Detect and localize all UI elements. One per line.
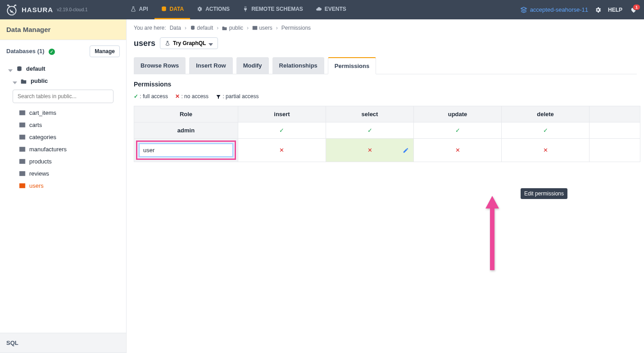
databases-row: Databases (1) ✓ Manage (0, 40, 126, 63)
th-delete: delete (502, 106, 590, 122)
x-icon: ✕ (175, 93, 180, 100)
tab-insert-row[interactable]: Insert Row (189, 57, 232, 74)
row-admin: admin ✓ ✓ ✓ ✓ (134, 122, 640, 139)
th-insert: insert (238, 106, 326, 122)
table-products[interactable]: products (0, 155, 126, 167)
database-icon (161, 6, 167, 12)
plug-icon (242, 6, 249, 12)
flask-icon (130, 6, 136, 12)
x-icon: ✕ (455, 147, 460, 154)
cell-admin-insert[interactable]: ✓ (238, 122, 326, 139)
table-icon (19, 158, 26, 164)
check-icon: ✓ (543, 127, 548, 134)
breadcrumb-hint: You are here: (134, 25, 166, 31)
tab-remote-schemas[interactable]: REMOTE SCHEMAS (236, 0, 309, 19)
cell-user-select[interactable]: ✕ (326, 139, 413, 162)
row-new-role: ✕ ✕ ✕ ✕ (134, 139, 640, 162)
tab-modify[interactable]: Modify (236, 57, 269, 74)
main-content: You are here: Data › default › public › … (127, 19, 644, 353)
chevron-right-icon: › (247, 25, 249, 31)
breadcrumb-schema[interactable]: public (229, 25, 243, 31)
tab-api-label: API (139, 6, 148, 12)
tab-relationships[interactable]: Relationships (272, 57, 324, 74)
version-label: v2.19.0-cloud.1 (57, 7, 87, 12)
manage-button[interactable]: Manage (90, 45, 120, 57)
cell-user-actions (590, 139, 640, 162)
legend-no: : no access (181, 93, 209, 100)
permissions-heading: Permissions (134, 81, 637, 88)
folder-icon (21, 78, 27, 84)
legend-partial: : partial access (222, 93, 259, 100)
table-reviews[interactable]: reviews (0, 167, 126, 180)
folder-icon (222, 25, 227, 31)
table-icon (19, 183, 26, 189)
sidebar-title: Data Manager (0, 19, 126, 40)
cell-admin-delete[interactable]: ✓ (502, 122, 590, 139)
table-icon (19, 146, 26, 152)
tree-schema-label: public (31, 77, 48, 84)
breadcrumb-db[interactable]: default (197, 25, 213, 31)
chevron-right-icon: › (276, 25, 278, 31)
check-icon: ✓ (367, 127, 372, 134)
tab-actions[interactable]: ACTIONS (190, 0, 236, 19)
x-icon: ✕ (367, 147, 372, 154)
annotation-arrow (485, 196, 499, 270)
tab-events[interactable]: EVENTS (309, 0, 353, 19)
breadcrumb-data[interactable]: Data (170, 25, 181, 31)
tab-remote-label: REMOTE SCHEMAS (251, 6, 303, 12)
table-manufacturers[interactable]: manufacturers (0, 143, 126, 155)
tree-database-default[interactable]: default (0, 63, 126, 75)
cell-user-update[interactable]: ✕ (414, 139, 502, 162)
help-link[interactable]: HELP (608, 7, 622, 13)
sql-link[interactable]: SQL (0, 333, 126, 353)
project-link[interactable]: accepted-seahorse-11 (520, 6, 588, 14)
table-icon (19, 110, 26, 116)
stack-icon (520, 6, 527, 14)
notifications-button[interactable]: 1 (629, 5, 639, 15)
table-label: reviews (29, 170, 49, 177)
table-carts[interactable]: carts (0, 119, 126, 131)
sidebar: Data Manager Databases (1) ✓ Manage defa… (0, 19, 127, 353)
pencil-icon[interactable] (403, 147, 409, 154)
cell-user-delete[interactable]: ✕ (502, 139, 590, 162)
top-nav: HASURA v2.19.0-cloud.1 API DATA ACTIONS … (0, 0, 644, 19)
table-users[interactable]: users (0, 180, 126, 192)
table-title: users (134, 39, 155, 48)
chevron-right-icon: › (185, 25, 186, 31)
cell-admin-update[interactable]: ✓ (414, 122, 502, 139)
table-label: carts (29, 122, 42, 128)
db-status-ok-icon: ✓ (49, 49, 55, 55)
x-icon: ✕ (279, 147, 284, 154)
tree-schema-public[interactable]: public (0, 75, 126, 87)
th-role: Role (134, 106, 238, 122)
breadcrumb: You are here: Data › default › public › … (134, 25, 637, 31)
cell-admin-select[interactable]: ✓ (326, 122, 413, 139)
chevron-down-icon (13, 79, 17, 83)
search-tables-input[interactable] (13, 90, 113, 103)
edit-permissions-tooltip: Edit permissions (521, 188, 567, 199)
th-update: update (414, 106, 502, 122)
table-categories[interactable]: categories (0, 131, 126, 143)
tab-permissions[interactable]: Permissions (328, 57, 376, 74)
cell-user-insert[interactable]: ✕ (238, 139, 326, 162)
table-icon (19, 171, 26, 176)
role-name-input[interactable] (139, 144, 233, 157)
permissions-table: Role insert select update delete admin ✓… (134, 106, 640, 162)
table-label: manufacturers (29, 146, 67, 153)
brand-name: HASURA (22, 6, 53, 14)
notification-badge: 1 (633, 4, 640, 10)
primary-tabs: API DATA ACTIONS REMOTE SCHEMAS EVENTS (124, 0, 353, 19)
settings-icon[interactable] (594, 6, 602, 14)
database-icon (190, 25, 195, 31)
tab-api[interactable]: API (124, 0, 154, 19)
project-name: accepted-seahorse-11 (530, 6, 588, 13)
database-item-icon (16, 66, 23, 72)
svg-point-0 (7, 6, 16, 15)
table-icon (19, 122, 26, 128)
try-graphql-button[interactable]: Try GraphQL (160, 37, 218, 49)
breadcrumb-table[interactable]: users (259, 25, 272, 31)
nav-right: accepted-seahorse-11 HELP 1 (520, 5, 639, 15)
tab-browse-rows[interactable]: Browse Rows (134, 57, 186, 74)
table-cart-items[interactable]: cart_items (0, 107, 126, 119)
tab-data[interactable]: DATA (154, 0, 190, 19)
